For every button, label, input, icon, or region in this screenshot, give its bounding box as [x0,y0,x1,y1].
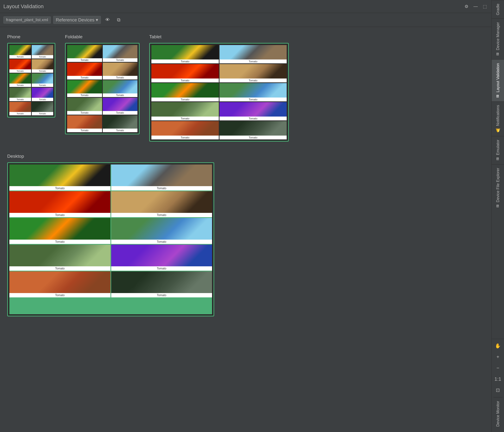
plant-list-item: Tomato [9,45,31,58]
plant-name-label: Tomato [151,136,219,139]
foldable-section: Foldable TomatoTomatoTomatoTomatoTomatoT… [65,34,140,134]
plant-name-label: Tomato [9,112,31,115]
file-tab[interactable]: fragment_plant_list.xml [3,16,51,24]
foldable-frame: TomatoTomatoTomatoTomatoTomatoTomatoToma… [65,43,140,134]
plant-list-item: Tomato [219,102,287,120]
plant-image [9,271,110,293]
foldable-grid: TomatoTomatoTomatoTomatoTomatoTomatoToma… [67,45,137,132]
plant-list-item: Tomato [111,218,212,244]
tablet-frame: TomatoTomatoTomatoTomatoTomatoTomatoToma… [149,43,289,142]
plant-list-item: Tomato [151,64,219,82]
plant-name-label: Tomato [67,58,102,62]
plant-image [219,121,287,136]
plant-name-label: Tomato [9,186,110,191]
sidebar-tab-layout-validation[interactable]: 🖥 Layout Validation [492,59,504,102]
plant-name-label: Tomato [111,186,212,191]
one-to-one-btn[interactable]: 1:1 [493,374,503,384]
plant-image [103,63,138,76]
plant-name-label: Tomato [151,98,219,101]
desktop-grid: TomatoTomatoTomatoTomatoTomatoTomatoToma… [9,165,212,314]
plant-list-item: Tomato [9,102,31,115]
emulator-tab-icon: 🖥 [496,157,500,161]
file-explorer-tab-label: Device File Explorer [496,168,500,202]
plant-image [219,64,287,79]
plant-image [32,59,54,69]
plant-image [9,218,110,239]
plant-name-label: Tomato [9,69,31,73]
file-explorer-tab-icon: 🖥 [496,204,500,208]
plant-name-label: Tomato [32,98,54,101]
sidebar-tab-notifications[interactable]: 🔔 Notifications [492,101,504,136]
plant-list-item: Tomato [111,191,212,217]
plant-name-label: Tomato [67,111,102,115]
plant-image [151,121,219,136]
plant-image [219,45,287,59]
right-sidebar: Gradle 🖥 Device Manager 🖥 Layout Validat… [492,0,504,432]
devices-top-row: Phone TomatoTomatoTomatoTomatoTomatoToma… [7,34,484,142]
plant-name-label: Tomato [9,266,110,271]
plant-name-label: Tomato [219,79,287,82]
tablet-section: Tablet TomatoTomatoTomatoTomatoTomatoTom… [149,34,289,142]
plant-image [67,80,102,93]
settings-icon[interactable]: ⚙ [463,3,470,10]
plant-list-item: Tomato [111,245,212,271]
plant-image [32,102,54,112]
grade-tab-label: Gradle [496,4,500,15]
plant-list-item: Tomato [67,45,102,62]
phone-label: Phone [7,34,55,39]
phone-section: Phone TomatoTomatoTomatoTomatoTomatoToma… [7,34,55,118]
plant-image [111,218,212,239]
navigate-icon[interactable]: ⬚ [481,3,488,10]
zoom-out-btn[interactable]: − [493,363,503,373]
plant-image [67,98,102,111]
plant-name-label: Tomato [111,293,212,297]
sidebar-tab-file-explorer[interactable]: 🖥 Device File Explorer [492,164,504,211]
plant-image [111,245,212,266]
device-manager-tab-label: Device Manager [496,22,500,50]
plant-image [103,98,138,111]
plant-name-label: Tomato [103,129,138,132]
minimize-icon[interactable]: — [472,3,479,10]
plant-name-label: Tomato [111,213,212,217]
plant-image [103,45,138,58]
reference-devices-dropdown[interactable]: Reference Devices ▾ [53,16,101,24]
plant-image [111,191,212,213]
hand-tool-btn[interactable]: ✋ [493,341,503,351]
plant-name-label: Tomato [111,266,212,271]
desktop-frame: TomatoTomatoTomatoTomatoTomatoTomatoToma… [7,162,214,316]
tablet-label: Tablet [149,34,289,39]
plant-name-label: Tomato [9,213,110,217]
plant-list-item: Tomato [9,88,31,101]
plant-list-item: Tomato [151,45,219,63]
plant-list-item: Tomato [9,191,110,217]
phone-frame: TomatoTomatoTomatoTomatoTomatoTomatoToma… [7,43,55,118]
plant-name-label: Tomato [32,112,54,115]
plant-name-label: Tomato [67,129,102,132]
plant-image [32,45,54,55]
plant-image [32,88,54,98]
preview-icon-btn[interactable]: 👁 [103,16,112,24]
sidebar-tab-device-manager[interactable]: 🖥 Device Manager [492,18,504,59]
sidebar-tab-grade[interactable]: Gradle [492,0,504,18]
plant-list-item: Tomato [32,102,54,115]
plant-image [32,74,54,83]
content-area: Phone TomatoTomatoTomatoTomatoTomatoToma… [0,27,492,432]
plant-list-item: Tomato [103,80,138,97]
main-area: Layout Validation ⚙ — ⬚ fragment_plant_l… [0,0,492,432]
sidebar-tab-device-monitor[interactable]: Device Monitor [493,397,503,430]
plant-list-item: Tomato [9,218,110,244]
plant-list-item: Tomato [103,45,138,62]
foldable-label: Foldable [65,34,140,39]
copy-icon-btn[interactable]: ⧉ [114,16,123,24]
plant-name-label: Tomato [32,83,54,87]
plant-name-label: Tomato [219,59,287,63]
sidebar-tab-emulator[interactable]: 🖥 Emulator [492,136,504,164]
plant-list-item: Tomato [103,98,138,115]
title-bar-icons: ⚙ — ⬚ [463,3,488,10]
plant-name-label: Tomato [9,293,110,297]
fit-btn[interactable]: ⊡ [493,385,503,395]
toolbar: fragment_plant_list.xml Reference Device… [0,13,492,27]
plant-image [9,59,31,69]
plant-list-item: Tomato [9,245,110,271]
zoom-in-btn[interactable]: + [493,352,503,362]
